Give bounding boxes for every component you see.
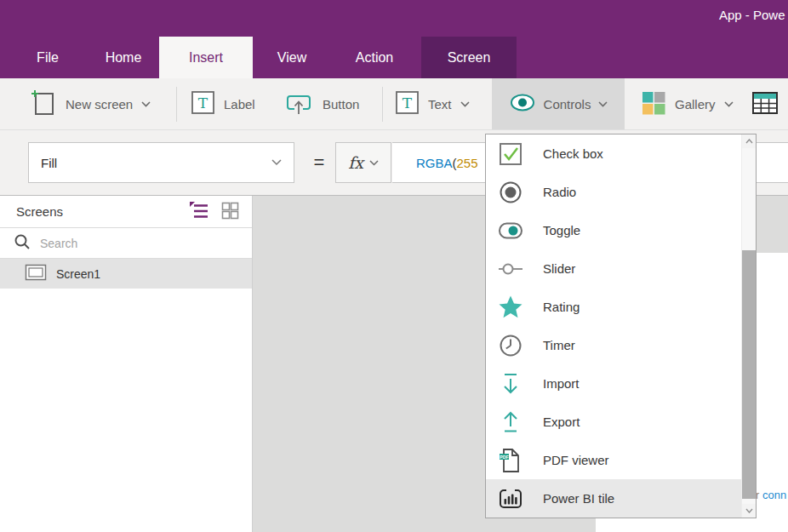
new-screen-icon bbox=[28, 89, 57, 120]
svg-text:T: T bbox=[198, 94, 208, 112]
menu-item-power-bi-tile[interactable]: Power BI tile bbox=[486, 479, 756, 518]
gallery-button[interactable]: Gallery bbox=[641, 78, 734, 129]
menu-item-label: Export bbox=[543, 415, 580, 429]
menu-item-check-box[interactable]: Check box bbox=[486, 134, 756, 173]
chevron-down-icon bbox=[271, 159, 282, 166]
menu-item-pdf-viewer[interactable]: PDF PDF viewer bbox=[486, 441, 756, 479]
menu-item-label: Timer bbox=[543, 338, 575, 352]
new-screen-button[interactable]: New screen bbox=[28, 78, 151, 129]
equals-sign: = bbox=[306, 142, 332, 183]
menu-item-label: Rating bbox=[543, 300, 580, 314]
timer-icon bbox=[497, 332, 524, 359]
tab-view[interactable]: View bbox=[266, 37, 318, 78]
controls-button[interactable]: Controls bbox=[492, 78, 625, 129]
search-input[interactable] bbox=[40, 237, 238, 250]
menu-item-export[interactable]: Export bbox=[486, 403, 756, 441]
search-icon bbox=[14, 233, 31, 254]
screen-thumbnail-icon bbox=[25, 264, 47, 283]
tab-insert[interactable]: Insert bbox=[159, 37, 253, 78]
tab-action[interactable]: Action bbox=[342, 37, 407, 78]
label-button-label: Label bbox=[224, 97, 255, 112]
tab-file-label: File bbox=[37, 50, 59, 66]
tab-action-label: Action bbox=[356, 50, 393, 66]
menu-item-label: Import bbox=[543, 376, 580, 391]
menu-item-radio[interactable]: Radio bbox=[486, 173, 756, 211]
app-title: App - Powe bbox=[719, 8, 785, 22]
tree-view-icon[interactable] bbox=[188, 200, 209, 224]
scroll-down-button[interactable] bbox=[742, 504, 756, 518]
tab-screen-label: Screen bbox=[448, 50, 491, 66]
menu-item-slider[interactable]: Slider bbox=[486, 249, 756, 288]
tab-file[interactable]: File bbox=[24, 37, 71, 78]
menu-item-timer[interactable]: Timer bbox=[486, 326, 756, 364]
fx-button[interactable]: fx bbox=[335, 142, 391, 183]
new-screen-label: New screen bbox=[66, 97, 133, 112]
screens-search bbox=[0, 228, 252, 259]
chevron-down-icon bbox=[141, 101, 151, 107]
slider-icon bbox=[497, 255, 524, 283]
tab-home-label: Home bbox=[106, 50, 142, 66]
power-bi-tile-icon bbox=[497, 485, 524, 512]
button-icon bbox=[283, 89, 314, 118]
menu-item-rating[interactable]: Rating bbox=[486, 288, 756, 326]
toolbar-separator bbox=[382, 87, 383, 122]
label-icon: T bbox=[191, 90, 215, 117]
button-button-label: Button bbox=[323, 97, 359, 112]
fx-label: fx bbox=[348, 153, 363, 172]
rating-icon bbox=[497, 294, 524, 321]
text-button-label: Text bbox=[428, 97, 452, 112]
formula-token-number: 255 bbox=[457, 156, 478, 170]
pdf-viewer-icon: PDF bbox=[497, 447, 524, 474]
export-icon bbox=[497, 409, 524, 436]
title-bar: App - Powe File Home Insert View Action … bbox=[0, 0, 788, 78]
radio-icon bbox=[497, 179, 524, 206]
chevron-down-icon bbox=[460, 101, 470, 107]
text-icon: T bbox=[395, 90, 420, 117]
screens-panel-header: Screens bbox=[0, 196, 252, 228]
svg-text:PDF: PDF bbox=[500, 454, 508, 459]
formula-token-function: RGBA bbox=[416, 156, 453, 170]
menu-item-label: Toggle bbox=[543, 223, 580, 237]
menu-item-label: Power BI tile bbox=[543, 491, 614, 506]
menu-item-label: Check box bbox=[543, 146, 603, 161]
toggle-icon bbox=[497, 217, 524, 244]
connect-data-partial-text: r conn bbox=[756, 489, 786, 501]
checkbox-icon bbox=[497, 140, 524, 168]
scroll-up-button[interactable] bbox=[742, 134, 756, 148]
chevron-down-icon bbox=[724, 101, 734, 107]
screen-list-item[interactable]: Screen1 bbox=[0, 259, 252, 289]
property-select[interactable]: Fill bbox=[28, 142, 294, 183]
controls-icon bbox=[509, 92, 536, 116]
text-button[interactable]: T Text bbox=[395, 78, 470, 129]
toolbar-separator bbox=[176, 87, 177, 122]
data-table-button[interactable] bbox=[751, 78, 779, 129]
scrollbar-thumb[interactable] bbox=[742, 250, 756, 499]
controls-button-label: Controls bbox=[544, 97, 591, 112]
label-button[interactable]: T Label bbox=[191, 78, 255, 129]
chevron-down-icon bbox=[598, 101, 608, 107]
connect-data-link[interactable]: conn bbox=[762, 489, 786, 501]
screens-panel: Screens Screen1 bbox=[0, 196, 253, 532]
menu-item-label: Radio bbox=[543, 185, 576, 199]
gallery-icon bbox=[641, 90, 666, 118]
dropdown-scrollbar[interactable] bbox=[741, 134, 756, 518]
menu-item-label: PDF viewer bbox=[543, 453, 609, 467]
svg-text:T: T bbox=[403, 94, 413, 112]
menu-item-import[interactable]: Import bbox=[486, 364, 756, 403]
insert-toolbar: New screen T Label Button T Text Control… bbox=[0, 78, 788, 130]
chevron-down-icon bbox=[369, 160, 379, 166]
menu-item-label: Slider bbox=[543, 261, 575, 276]
screen-item-label: Screen1 bbox=[56, 267, 100, 281]
tab-screen[interactable]: Screen bbox=[421, 37, 517, 78]
tab-home[interactable]: Home bbox=[94, 37, 153, 78]
menu-item-toggle[interactable]: Toggle bbox=[486, 211, 756, 249]
import-icon bbox=[497, 370, 524, 398]
thumbnail-view-icon[interactable] bbox=[220, 201, 240, 223]
data-table-icon bbox=[751, 89, 779, 120]
tab-view-label: View bbox=[277, 50, 306, 66]
property-select-value: Fill bbox=[41, 156, 57, 170]
gallery-button-label: Gallery bbox=[675, 97, 716, 112]
button-button[interactable]: Button bbox=[283, 78, 359, 129]
tab-insert-label: Insert bbox=[189, 50, 223, 66]
screens-panel-title: Screens bbox=[16, 204, 63, 219]
